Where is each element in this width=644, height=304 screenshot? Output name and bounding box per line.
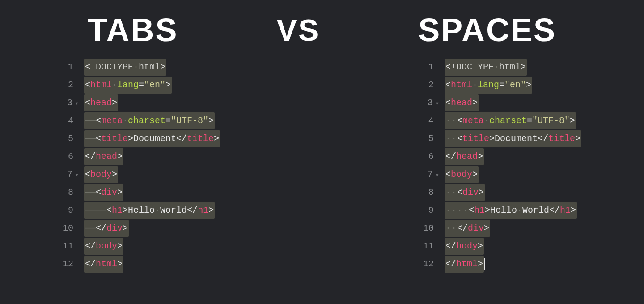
gutter-tabs: 1 2 3▾ 4 5 6 7▾ 8 9 10 11 12 bbox=[63, 58, 82, 273]
code-spaces: <!DOCTYPE·html> <html·lang="en"> <head> … bbox=[443, 58, 581, 273]
code-line: ——</div> bbox=[84, 219, 220, 237]
linenum: 2 bbox=[63, 76, 82, 94]
linenum: 8 bbox=[423, 184, 443, 201]
panels: 1 2 3▾ 4 5 6 7▾ 8 9 10 11 12 <!DOCTYPE·h… bbox=[63, 58, 581, 273]
code-line: ··<meta·charset="UTF-8"> bbox=[445, 112, 581, 130]
code-line: ————<h1>Hello·World</h1> bbox=[84, 201, 220, 219]
linenum: 7▾ bbox=[63, 166, 82, 184]
code-line: </head> bbox=[84, 148, 220, 166]
title-row: TABS VS SPACES bbox=[0, 12, 644, 48]
code-line: <!DOCTYPE·html> bbox=[84, 58, 220, 76]
linenum: 6 bbox=[423, 148, 443, 166]
title-tabs: TABS bbox=[88, 12, 178, 48]
linenum: 9 bbox=[63, 201, 82, 219]
fold-icon[interactable]: ▾ bbox=[73, 166, 79, 184]
linenum: 7▾ bbox=[423, 166, 443, 184]
linenum: 5 bbox=[63, 130, 82, 148]
code-line: ——<div> bbox=[84, 184, 220, 201]
linenum: 12 bbox=[423, 255, 443, 273]
code-line: ——<meta·charset="UTF-8"> bbox=[84, 112, 220, 130]
code-tabs: <!DOCTYPE·html> <html·lang="en"> <head> … bbox=[82, 58, 220, 273]
code-line: <!DOCTYPE·html> bbox=[445, 58, 581, 76]
code-line: </head> bbox=[445, 148, 581, 166]
code-line: <html·lang="en"> bbox=[84, 76, 220, 94]
linenum: 11 bbox=[423, 237, 443, 255]
panel-tabs: 1 2 3▾ 4 5 6 7▾ 8 9 10 11 12 <!DOCTYPE·h… bbox=[63, 58, 220, 273]
fold-icon[interactable]: ▾ bbox=[434, 166, 439, 184]
code-line: <head> bbox=[84, 94, 220, 112]
linenum: 4 bbox=[423, 112, 443, 130]
gutter-spaces: 1 2 3▾ 4 5 6 7▾ 8 9 10 11 12 bbox=[423, 58, 443, 273]
code-line: <body> bbox=[445, 166, 581, 184]
linenum: 11 bbox=[63, 237, 82, 255]
linenum: 2 bbox=[423, 76, 443, 94]
linenum: 3▾ bbox=[423, 94, 443, 112]
code-line: <body> bbox=[84, 166, 220, 184]
code-line: ··<div> bbox=[445, 184, 581, 201]
linenum: 3▾ bbox=[63, 94, 82, 112]
code-line: <head> bbox=[445, 94, 581, 112]
panel-spaces: 1 2 3▾ 4 5 6 7▾ 8 9 10 11 12 <!DOCTYPE·h… bbox=[423, 58, 581, 273]
linenum: 10 bbox=[63, 219, 82, 237]
linenum: 8 bbox=[63, 184, 82, 201]
code-line: <html·lang="en"> bbox=[445, 76, 581, 94]
linenum: 6 bbox=[63, 148, 82, 166]
linenum: 1 bbox=[423, 58, 443, 76]
fold-icon[interactable]: ▾ bbox=[73, 94, 79, 112]
fold-icon[interactable]: ▾ bbox=[434, 94, 439, 112]
code-line: ··</div> bbox=[445, 219, 581, 237]
title-spaces: SPACES bbox=[418, 12, 556, 48]
linenum: 10 bbox=[423, 219, 443, 237]
linenum: 5 bbox=[423, 130, 443, 148]
code-line: ····<h1>Hello·World</h1> bbox=[445, 201, 581, 219]
linenum: 1 bbox=[63, 58, 82, 76]
code-line: </body> bbox=[84, 237, 220, 255]
code-line: ··<title>Document</title> bbox=[445, 130, 581, 148]
code-line: ——<title>Document</title> bbox=[84, 130, 220, 148]
title-vs: VS bbox=[277, 13, 320, 47]
linenum: 9 bbox=[423, 201, 443, 219]
code-line: </html> bbox=[84, 255, 220, 273]
cursor bbox=[484, 258, 485, 270]
linenum: 4 bbox=[63, 112, 82, 130]
code-line: </html> bbox=[445, 255, 581, 273]
linenum: 12 bbox=[63, 255, 82, 273]
code-line: </body> bbox=[445, 237, 581, 255]
